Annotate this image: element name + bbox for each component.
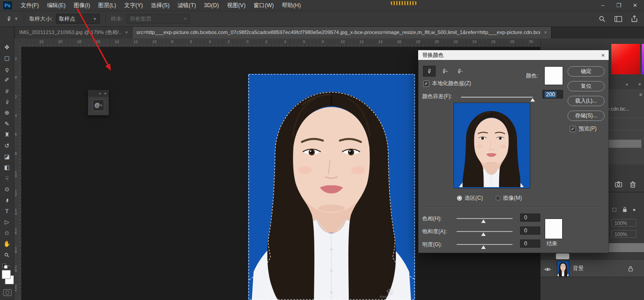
slider-value-field[interactable]: 0 xyxy=(520,227,540,235)
menu-item-帮助(H)[interactable]: 帮助(H) xyxy=(278,0,305,11)
lock-all-icon[interactable] xyxy=(623,207,627,212)
eraser-tool[interactable]: ◪ xyxy=(0,152,14,162)
slider-track[interactable] xyxy=(457,218,513,219)
quick-selection-tool[interactable]: ✐ xyxy=(0,75,14,85)
replace-color-dialog[interactable]: 替换颜色 × ✑ ✑+ ✑− 颜色: ✓ 本地化颜色簇(Z) 颜色容差(F): … xyxy=(418,50,609,253)
lock-transparency-icon[interactable]: ▢ xyxy=(612,206,616,212)
dialog-button-2[interactable]: 复位 xyxy=(568,81,605,91)
menu-item-视图(V)[interactable]: 视图(V) xyxy=(223,0,250,11)
dialog-close-icon[interactable]: × xyxy=(601,52,605,59)
foreground-color-swatch[interactable] xyxy=(2,270,11,279)
hue-strip[interactable] xyxy=(642,44,644,74)
selection-radio[interactable]: 选区(C) xyxy=(457,194,483,202)
hruler-number: 4 xyxy=(284,39,286,44)
eyedropper-sample-button[interactable]: ✑ xyxy=(423,66,436,77)
photo-document[interactable]: Baidu xyxy=(248,74,415,300)
close-icon[interactable]: × xyxy=(104,91,106,96)
path-select-tool[interactable]: ▷ xyxy=(0,217,14,227)
slider-track[interactable] xyxy=(457,244,513,245)
layer-thumbnail[interactable] xyxy=(557,261,569,277)
checkbox-checked[interactable]: ✓ xyxy=(570,126,576,132)
selected-color-swatch[interactable] xyxy=(544,66,563,85)
slider-value-field[interactable]: 0 xyxy=(520,214,540,222)
dialog-title-bar[interactable]: 替换颜色 × xyxy=(418,50,609,60)
eyedropper-subtract-button[interactable]: ✑− xyxy=(453,66,466,77)
share-icon[interactable] xyxy=(631,15,638,22)
tab-close-icon[interactable]: × xyxy=(125,30,128,35)
brush-tool[interactable]: ✎ xyxy=(0,119,14,129)
fill-value[interactable]: 100% xyxy=(611,230,636,238)
floating-mini-panel[interactable]: « × @≡ xyxy=(88,90,109,116)
document-tab-2[interactable]: src=http___exp-picture.cdn.bcebos.com_07… xyxy=(132,26,551,39)
menu-item-滤镜(T)[interactable]: 滤镜(T) xyxy=(174,0,200,11)
slider-track[interactable] xyxy=(457,231,513,232)
checkbox-checked[interactable]: ✓ xyxy=(423,81,429,87)
shape-tool[interactable]: ✩ xyxy=(0,228,14,238)
layer-name[interactable]: 背景 xyxy=(573,265,584,272)
menu-item-文件(F)[interactable]: 文件(F) xyxy=(17,0,43,11)
snapshot-camera-icon[interactable] xyxy=(615,181,622,187)
menu-item-3D(D)[interactable]: 3D(D) xyxy=(200,0,223,11)
properties-panel-icon[interactable]: @≡ xyxy=(93,99,104,111)
sample-size-select[interactable]: 取样点 ▼ xyxy=(56,14,100,24)
document-tab-1[interactable]: IMG_20211213_210953.jpg @ 179% (色相/... × xyxy=(15,26,132,39)
menu-item-窗口(W)[interactable]: 窗口(W) xyxy=(250,0,278,11)
fuzziness-slider-track[interactable] xyxy=(461,97,533,98)
eyedropper-tool[interactable]: ✑ xyxy=(1,94,13,110)
image-radio[interactable]: 图像(M) xyxy=(496,194,522,202)
panel-menu-icon[interactable]: ≡ xyxy=(640,92,642,97)
menu-item-图层(L)[interactable]: 图层(L) xyxy=(94,0,120,11)
localized-color-clusters-checkbox[interactable]: ✓ 本地化颜色簇(Z) xyxy=(423,80,471,87)
menu-item-编辑(E)[interactable]: 编辑(E) xyxy=(43,0,70,11)
horizontal-ruler[interactable]: 2220181614121086420246810121416182022242… xyxy=(21,39,540,47)
close-button[interactable]: ✕ xyxy=(627,0,643,11)
gradient-tool[interactable]: ◧ xyxy=(0,163,14,172)
minimize-button[interactable]: – xyxy=(595,0,611,11)
collapse-icon[interactable]: « xyxy=(99,91,101,96)
slider-thumb[interactable] xyxy=(481,219,486,223)
opacity-value[interactable]: 100% xyxy=(611,219,636,227)
smudge-tool[interactable]: ☟ xyxy=(0,174,14,184)
fuzziness-slider-thumb[interactable] xyxy=(530,98,535,102)
dialog-button-3[interactable]: 载入(L)... xyxy=(568,96,605,106)
layer-visibility-eye-icon[interactable] xyxy=(544,267,551,272)
workspace-icon[interactable] xyxy=(614,16,622,22)
hruler-number: 14 xyxy=(378,39,382,44)
background-layer-row[interactable]: 背景 xyxy=(541,259,644,277)
more-tools[interactable]: ⋯ xyxy=(0,261,14,271)
dialog-buttons: 确定复位载入(L)...存储(S)... xyxy=(568,66,605,121)
eyedropper-tool-icon[interactable]: ✑ xyxy=(5,16,13,22)
menu-item-图像(I)[interactable]: 图像(I) xyxy=(70,0,94,11)
type-tool[interactable]: T xyxy=(0,206,14,216)
tab-close-icon[interactable]: × xyxy=(544,30,547,35)
color-picker-field[interactable] xyxy=(611,44,640,74)
marquee-tool[interactable]: ▢ xyxy=(0,53,14,63)
history-brush-tool[interactable]: ↺ xyxy=(0,141,14,151)
result-color-swatch[interactable] xyxy=(545,219,563,239)
dialog-button-1[interactable]: 确定 xyxy=(568,66,605,77)
lasso-tool[interactable]: ϙ xyxy=(0,64,14,74)
pen-tool[interactable]: ✒ xyxy=(1,193,13,208)
dialog-button-4[interactable]: 存储(S)... xyxy=(568,111,605,121)
delete-trash-icon[interactable] xyxy=(630,181,636,188)
search-icon[interactable] xyxy=(599,16,606,22)
quick-mask-icon[interactable] xyxy=(3,289,12,296)
menu-item-选择(S)[interactable]: 选择(S) xyxy=(147,0,174,11)
healing-brush-tool[interactable]: ⊕ xyxy=(0,108,14,118)
tool-preset-caret-icon[interactable]: ▼ xyxy=(14,17,18,21)
dodge-tool[interactable]: ⊙ xyxy=(0,184,14,194)
slider-thumb[interactable] xyxy=(481,232,486,236)
panel-collapse-icon[interactable]: « xyxy=(626,82,628,87)
restore-button[interactable]: ❐ xyxy=(611,0,627,11)
fuzziness-value-field[interactable]: 200 xyxy=(542,90,563,99)
slider-value-field[interactable]: 0 xyxy=(520,240,540,248)
preview-checkbox[interactable]: ✓ 预览(P) xyxy=(570,125,597,133)
eyedropper-add-button[interactable]: ✑+ xyxy=(438,66,451,77)
vertical-ruler[interactable]: 20246810121416182022 xyxy=(14,47,21,300)
slider-thumb[interactable] xyxy=(481,245,486,249)
move-tool[interactable]: ✥ xyxy=(0,43,14,52)
hruler-number: 0 xyxy=(246,39,249,44)
panel-close-icon[interactable]: × xyxy=(638,81,641,87)
menu-item-文字(Y)[interactable]: 文字(Y) xyxy=(120,0,147,11)
clone-stamp-tool[interactable]: ♜ xyxy=(0,130,14,140)
